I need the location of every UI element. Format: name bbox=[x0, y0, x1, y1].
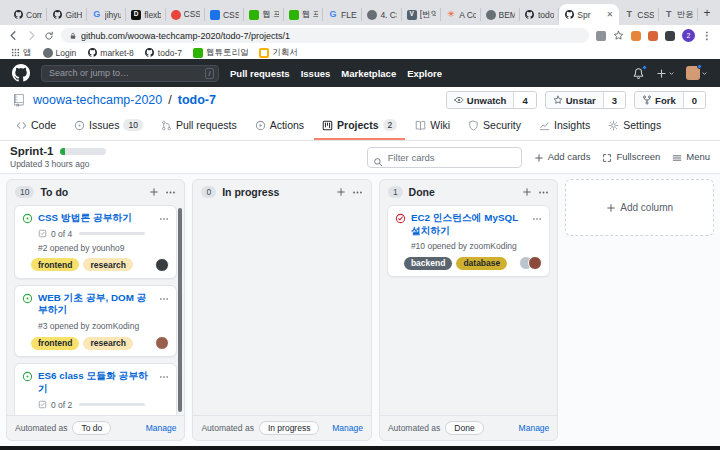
add-card-icon[interactable] bbox=[522, 187, 532, 197]
unwatch-label: Unwatch bbox=[467, 95, 507, 106]
browser-tab-14[interactable]: Spr✕ bbox=[559, 4, 619, 25]
browser-tab-9[interactable]: 4. CSS bbox=[362, 4, 401, 25]
tab-projects[interactable]: Projects2 bbox=[314, 119, 405, 140]
header-nav-pull-requests[interactable]: Pull requests bbox=[230, 68, 290, 79]
browser-tab-0[interactable]: Comp bbox=[8, 4, 47, 25]
add-column-button[interactable]: Add column bbox=[565, 179, 714, 236]
browser-tab-12[interactable]: BEM bbox=[481, 4, 520, 25]
add-card-icon[interactable] bbox=[149, 187, 159, 197]
url-bar[interactable]: github.com/woowa-techcamp-2020/todo-7/pr… bbox=[61, 28, 589, 43]
tab-actions[interactable]: Actions bbox=[247, 119, 312, 140]
card-title-link[interactable]: EC2 인스턴스에 MySQL 설치하기 bbox=[411, 212, 527, 237]
menu-button[interactable]: Menu bbox=[672, 151, 710, 162]
browser-tab-3[interactable]: Dflexbo bbox=[126, 4, 165, 25]
browser-tab-11[interactable]: ✳A Com bbox=[441, 4, 480, 25]
project-card[interactable]: WEB 기초 공부, DOM 공부하기#3 opened by zoomKodi… bbox=[14, 285, 177, 357]
extension-icon[interactable] bbox=[648, 31, 658, 41]
card-menu-icon[interactable] bbox=[532, 214, 542, 224]
card-title-link[interactable]: WEB 기초 공부, DOM 공부하기 bbox=[38, 292, 154, 317]
browser-tab-1[interactable]: GitHub bbox=[47, 4, 86, 25]
column-menu-icon[interactable] bbox=[165, 187, 176, 198]
browser-tab-15[interactable]: TCSS - bbox=[619, 4, 658, 25]
browser-tab-16[interactable]: T반응형 bbox=[659, 4, 698, 25]
tab-issues[interactable]: Issues10 bbox=[66, 119, 151, 140]
bookmark-item-3[interactable]: todo-7 bbox=[145, 48, 182, 58]
browser-profile-avatar[interactable]: 2 bbox=[682, 29, 695, 42]
browser-tab-2[interactable]: Gjihyun bbox=[87, 4, 126, 25]
bookmark-star-icon[interactable] bbox=[613, 30, 624, 41]
header-nav-explore[interactable]: Explore bbox=[407, 68, 442, 79]
browser-tab-4[interactable]: CSS 리 bbox=[166, 4, 205, 25]
notifications-bell-icon[interactable] bbox=[632, 67, 645, 80]
tab-pull-requests[interactable]: Pull requests bbox=[153, 119, 245, 140]
tab-insights[interactable]: Insights bbox=[531, 119, 598, 140]
manage-link[interactable]: Manage bbox=[332, 423, 363, 433]
label-research[interactable]: research bbox=[83, 337, 132, 350]
assignee-avatar[interactable] bbox=[528, 256, 542, 270]
tab-settings[interactable]: Settings bbox=[600, 119, 669, 140]
assignee-avatar[interactable] bbox=[155, 258, 169, 272]
unstar-button[interactable]: Unstar3 bbox=[545, 91, 626, 109]
card-menu-icon[interactable] bbox=[159, 372, 169, 382]
browser-tab-7[interactable]: 웹 프로 bbox=[284, 4, 323, 25]
bookmark-item-2[interactable]: market-8 bbox=[87, 48, 134, 58]
browser-tab-8[interactable]: GFLEX bbox=[323, 4, 362, 25]
filter-cards-input[interactable] bbox=[367, 147, 522, 168]
project-card[interactable]: CSS 방법론 공부하기0 of 4#2 opened by younho9fr… bbox=[14, 205, 177, 279]
add-card-icon[interactable] bbox=[336, 187, 346, 197]
fullscreen-button[interactable]: Fullscreen bbox=[602, 151, 660, 162]
extension-icon[interactable] bbox=[596, 31, 606, 41]
manage-link[interactable]: Manage bbox=[146, 423, 177, 433]
project-card[interactable]: EC2 인스턴스에 MySQL 설치하기#10 opened by zoomKo… bbox=[387, 205, 550, 277]
search-input[interactable] bbox=[41, 65, 219, 82]
card-title-link[interactable]: ES6 class 모듈화 공부하기 bbox=[38, 370, 154, 395]
card-menu-icon[interactable] bbox=[159, 214, 169, 224]
user-menu[interactable] bbox=[686, 64, 708, 82]
card-title-link[interactable]: CSS 방법론 공부하기 bbox=[38, 212, 154, 225]
tab-code[interactable]: Code bbox=[8, 119, 64, 140]
bookmark-item-1[interactable]: Login bbox=[43, 48, 77, 58]
tab-wiki[interactable]: Wiki bbox=[407, 119, 458, 140]
assignee-avatar[interactable] bbox=[155, 336, 169, 350]
tab-security[interactable]: Security bbox=[460, 119, 529, 140]
bookmark-item-0[interactable]: 앱 bbox=[10, 47, 32, 59]
repo-name-link[interactable]: todo-7 bbox=[178, 93, 216, 107]
extension-icon[interactable] bbox=[631, 31, 641, 41]
column-menu-icon[interactable] bbox=[538, 187, 549, 198]
header-nav-marketplace[interactable]: Marketplace bbox=[341, 68, 396, 79]
project-card[interactable]: ES6 class 모듈화 공부하기0 of 2#4 opened by zoo… bbox=[14, 363, 177, 415]
manage-link[interactable]: Manage bbox=[519, 423, 550, 433]
unwatch-button[interactable]: Unwatch4 bbox=[446, 91, 537, 109]
github-logo-icon[interactable] bbox=[12, 64, 30, 82]
label-database[interactable]: database bbox=[456, 257, 507, 270]
add-cards-button[interactable]: Add cards bbox=[534, 151, 591, 162]
create-new-button[interactable] bbox=[656, 68, 675, 79]
reload-icon[interactable] bbox=[44, 31, 54, 41]
back-icon[interactable] bbox=[8, 30, 19, 41]
tab-close-icon[interactable]: ✕ bbox=[606, 10, 615, 19]
bookmark-item-4[interactable]: 웹튜토리얼 bbox=[193, 47, 249, 59]
fork-button[interactable]: Fork0 bbox=[634, 91, 706, 109]
card-menu-icon[interactable] bbox=[159, 294, 169, 304]
browser-tab-6[interactable]: 웹 프로 bbox=[244, 4, 283, 25]
unstar-count[interactable]: 3 bbox=[604, 92, 625, 108]
chrome-menu-icon[interactable]: ⋮ bbox=[702, 30, 712, 41]
forward-icon[interactable] bbox=[26, 30, 37, 41]
tab-title: Comp bbox=[26, 10, 42, 20]
column-scrollbar[interactable] bbox=[178, 208, 182, 412]
label-frontend[interactable]: frontend bbox=[31, 337, 79, 350]
browser-tab-10[interactable]: V[번역] bbox=[402, 4, 441, 25]
column-menu-icon[interactable] bbox=[352, 187, 363, 198]
browser-tab-13[interactable]: todo- bbox=[520, 4, 559, 25]
label-backend[interactable]: backend bbox=[404, 257, 453, 270]
repo-owner-link[interactable]: woowa-techcamp-2020 bbox=[33, 93, 162, 107]
extensions-puzzle-icon[interactable] bbox=[665, 31, 675, 41]
label-research[interactable]: research bbox=[83, 258, 132, 271]
browser-tab-5[interactable]: CSS / bbox=[205, 4, 244, 25]
bookmark-item-5[interactable]: 기획서 bbox=[259, 47, 298, 59]
label-frontend[interactable]: frontend bbox=[31, 258, 79, 271]
header-nav-issues[interactable]: Issues bbox=[301, 68, 331, 79]
new-tab-button[interactable]: + bbox=[698, 4, 716, 22]
fork-count[interactable]: 0 bbox=[684, 92, 705, 108]
unwatch-count[interactable]: 4 bbox=[514, 92, 535, 108]
